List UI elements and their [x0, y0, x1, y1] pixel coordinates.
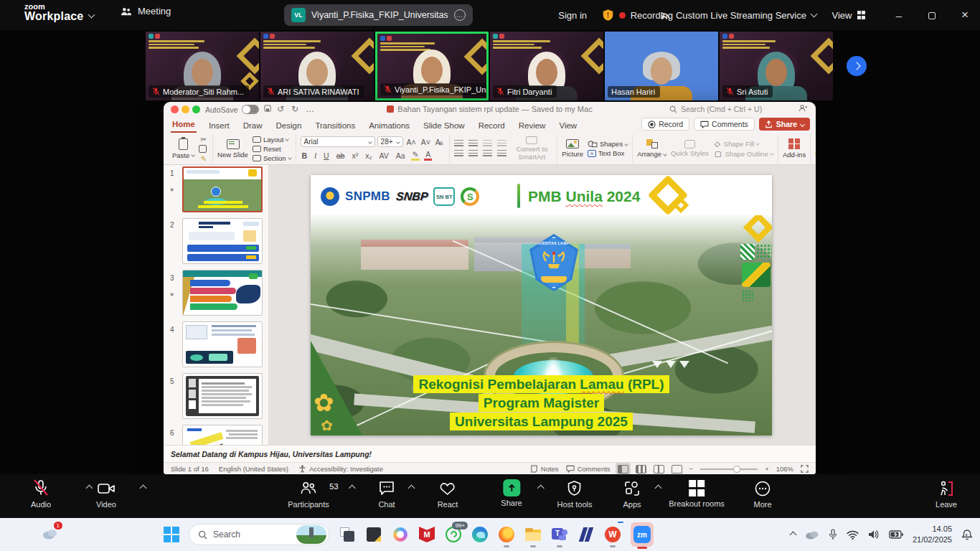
accessibility-status[interactable]: Accessibility: Investigate [298, 465, 383, 473]
slide-thumbnail-2[interactable] [182, 218, 263, 264]
breakout-rooms-button[interactable]: Breakout rooms [669, 479, 725, 508]
zoom-slider[interactable] [700, 468, 758, 470]
video-tile[interactable]: Hasan Hariri [605, 32, 718, 100]
shape-fill-button[interactable]: Shape Fill [724, 140, 754, 148]
apps-button[interactable]: Apps [623, 479, 641, 509]
start-button[interactable] [164, 527, 179, 542]
format-painter-icon[interactable]: ✎ [199, 154, 208, 163]
slide-thumbnail-3[interactable] [182, 270, 263, 316]
tab-record[interactable]: Record [477, 120, 507, 133]
tab-slide-show[interactable]: Slide Show [422, 120, 466, 133]
language-indicator[interactable]: English (United States) [219, 465, 288, 473]
reading-view-button[interactable] [654, 465, 664, 474]
change-case-button[interactable]: Aa [395, 151, 407, 160]
ppt-notes-bar[interactable]: Selamat Datang di Kampus Hijau, Universi… [164, 445, 816, 462]
highlight-color-button[interactable]: ✎ [411, 150, 420, 161]
video-tile[interactable]: Moderator_Siti Rahm... [146, 32, 259, 100]
comments-toggle-button[interactable]: Comments [566, 465, 611, 473]
restore-button[interactable] [923, 9, 941, 22]
video-button[interactable]: Video [96, 479, 116, 509]
slide-sorter-view-button[interactable] [636, 465, 646, 474]
tab-animations[interactable]: Animations [367, 120, 411, 133]
tab-view[interactable]: View [557, 120, 578, 133]
ppt-share-button[interactable]: Share [759, 118, 810, 131]
slide-thumbnail-4[interactable] [182, 321, 263, 367]
sign-in-button[interactable]: Sign in [558, 0, 587, 30]
account-icon[interactable] [798, 104, 807, 114]
tab-review[interactable]: Review [517, 120, 547, 133]
slide-thumbnail-6[interactable] [182, 425, 263, 445]
ppt-search-field[interactable]: Search (Cmd + Ctrl + U) [669, 105, 791, 113]
slide-thumbnail-panel[interactable]: 1 ★ 2 [164, 165, 269, 445]
weather-widget[interactable]: 1 [42, 526, 59, 543]
zoom-app-icon-active[interactable]: zm [631, 522, 654, 547]
superscript-button[interactable]: x² [350, 151, 359, 160]
tab-options-icon[interactable]: … [454, 9, 466, 21]
chat-button[interactable]: Chat [377, 479, 396, 509]
view-button[interactable]: View [832, 0, 865, 30]
slide-thumbnail-1[interactable] [182, 166, 263, 212]
font-name-combo[interactable]: Arial [301, 136, 375, 147]
zoom-out-button[interactable]: − [689, 465, 694, 473]
tab-design[interactable]: Design [275, 120, 303, 133]
apps-options-chevron[interactable] [655, 485, 662, 492]
arrange-button[interactable]: Arrange [637, 139, 666, 158]
addins-button[interactable]: Add-ins [783, 138, 806, 159]
subscript-button[interactable]: x₂ [364, 151, 373, 160]
quick-styles-button[interactable]: Quick Styles [671, 140, 709, 158]
ppt-record-button[interactable]: Record [641, 118, 689, 131]
layout-button[interactable]: Layout [263, 136, 284, 143]
next-participants-button[interactable] [847, 56, 867, 76]
mcafee-icon[interactable]: M [418, 526, 435, 543]
tray-expand-chevron[interactable] [789, 531, 796, 538]
numbering-icon[interactable] [468, 140, 478, 147]
share-screen-button[interactable]: Share [501, 479, 522, 507]
edge-icon[interactable] [471, 526, 489, 543]
align-center-icon[interactable] [468, 150, 478, 157]
wifi-icon[interactable] [847, 530, 859, 540]
tray-mic-icon[interactable] [829, 529, 837, 540]
copy-icon[interactable] [199, 145, 207, 153]
zoom-in-button[interactable]: + [765, 465, 769, 473]
audio-options-chevron[interactable] [85, 485, 93, 492]
grow-font-button[interactable]: A˄ [405, 138, 418, 146]
video-tile[interactable]: Fitri Daryanti [490, 32, 603, 100]
justify-icon[interactable] [497, 150, 507, 157]
font-size-combo[interactable]: 28+ [377, 136, 403, 147]
designer-button[interactable]: ⚡ Designer [815, 139, 816, 158]
leave-button[interactable]: Leave [936, 479, 957, 509]
close-button[interactable]: × [956, 8, 974, 22]
copilot-icon[interactable] [392, 526, 409, 543]
bold-button[interactable]: B [301, 151, 309, 160]
tab-home[interactable]: Home [171, 118, 197, 133]
slide-thumbnail-5[interactable] [182, 373, 263, 419]
fit-slide-icon[interactable] [801, 465, 809, 473]
host-tools-button[interactable]: Host tools [557, 479, 593, 509]
live-streaming-indicator[interactable]: Custom Live Streaming Service [660, 0, 816, 30]
task-view-button[interactable] [339, 526, 356, 543]
chat-options-chevron[interactable] [408, 485, 415, 492]
security-warning-icon[interactable] [602, 0, 614, 30]
kerning-button[interactable]: AV [377, 151, 390, 160]
audio-button[interactable]: Audio [31, 479, 51, 509]
picture-button[interactable]: Picture [562, 139, 583, 158]
notification-bell-icon[interactable]: z [961, 529, 973, 541]
tab-shared-screen[interactable]: VL Viyanti_P.Fisika_FKIP_Universitas … [284, 4, 473, 26]
bullets-icon[interactable] [454, 140, 463, 147]
shape-outline-button[interactable]: Shape Outline [725, 150, 768, 158]
tab-insert[interactable]: Insert [207, 120, 231, 133]
new-slide-button[interactable]: New Slide [217, 139, 248, 159]
obsidian-like-icon[interactable] [578, 526, 595, 543]
slideshow-view-button[interactable] [672, 465, 682, 474]
slide[interactable]: SNPMB SNBP SN BT S PMB Unila 2024 [311, 175, 772, 435]
shrink-font-button[interactable]: A˅ [420, 138, 432, 146]
participants-button[interactable]: Participants 53 [288, 479, 329, 509]
font-color-button[interactable]: A [424, 150, 432, 161]
whatsapp-icon[interactable]: 99+ [445, 526, 462, 543]
wps-office-icon[interactable]: W [604, 526, 621, 543]
search-highlight-image[interactable] [296, 525, 326, 544]
underline-button[interactable]: U [322, 151, 331, 160]
cut-icon[interactable]: ✂ [199, 135, 208, 143]
line-spacing-icon[interactable] [497, 140, 507, 147]
video-tile[interactable]: Sri Astuti [720, 32, 833, 100]
